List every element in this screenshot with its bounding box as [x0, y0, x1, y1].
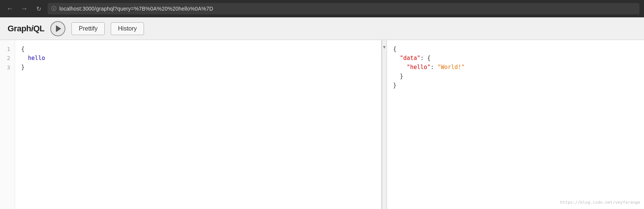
line-num-2: 2	[0, 54, 10, 63]
response-line-5: }	[393, 81, 638, 90]
response-value-hello: "World!"	[437, 64, 464, 71]
main-content: 1 2 3 { hello } ▼ { "data": { "hello": "…	[0, 40, 644, 209]
play-icon	[56, 25, 61, 32]
line-num-3: 3	[0, 63, 10, 72]
response-key-data: "data"	[400, 55, 420, 61]
divider-icon: ▼	[382, 45, 387, 50]
editor-keyword: hello	[28, 55, 45, 61]
editor-panel: 1 2 3 { hello }	[0, 40, 382, 209]
run-button[interactable]	[50, 21, 65, 36]
watermark: https://blog.csdn.net/veyfarange	[560, 199, 640, 206]
url-text: localhost:3000/graphql?query=%7B%0A%20%2…	[59, 6, 213, 12]
editor-code[interactable]: { hello }	[15, 40, 381, 209]
editor-line-1: {	[21, 45, 375, 54]
app-title: GraphiQL	[8, 24, 44, 34]
response-line-1: {	[393, 45, 638, 54]
history-button[interactable]: History	[111, 22, 144, 35]
editor-line-2: hello	[21, 54, 375, 63]
response-key-hello: "hello"	[407, 64, 430, 71]
line-num-1: 1	[0, 45, 10, 54]
reload-button[interactable]: ↻	[33, 3, 44, 14]
response-line-2: "data": {	[393, 54, 638, 63]
title-suffix: QL	[33, 24, 45, 33]
line-numbers: 1 2 3	[0, 40, 15, 209]
back-button[interactable]: ←	[5, 3, 15, 14]
forward-button[interactable]: →	[19, 3, 29, 14]
response-line-4: }	[393, 72, 638, 81]
response-panel: { "data": { "hello": "World!" } } https:…	[387, 40, 644, 209]
app-toolbar: GraphiQL Prettify History	[0, 17, 644, 40]
title-prefix: Graph	[8, 24, 31, 33]
info-icon: ⓘ	[51, 5, 56, 12]
prettify-button[interactable]: Prettify	[71, 22, 105, 35]
editor-line-3: }	[21, 63, 375, 72]
address-bar[interactable]: ⓘ localhost:3000/graphql?query=%7B%0A%20…	[48, 3, 639, 14]
response-line-3: "hello": "World!"	[393, 63, 638, 72]
browser-chrome: ← → ↻ ⓘ localhost:3000/graphql?query=%7B…	[0, 0, 644, 17]
panel-divider[interactable]: ▼	[382, 40, 387, 209]
